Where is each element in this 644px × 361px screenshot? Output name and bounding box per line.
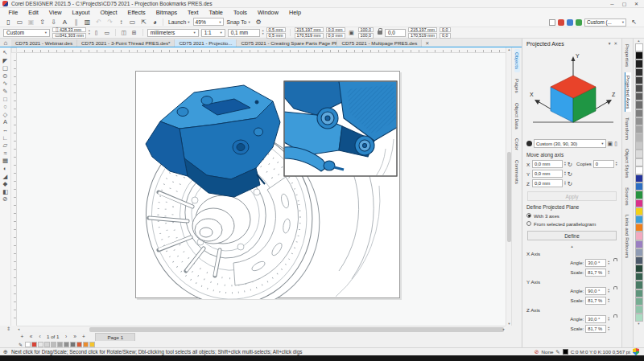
menu-item-bitmaps[interactable]: Bitmaps (151, 8, 182, 17)
open-icon[interactable]: ▭ (14, 18, 25, 26)
document-tab-active[interactable]: CD75 2021 - Projectio... (175, 39, 237, 47)
docker-tab-transform[interactable]: Transform (625, 114, 630, 143)
scale-lock-icon[interactable] (378, 31, 382, 35)
palette-color-swatch[interactable] (635, 224, 643, 232)
callout-tool[interactable]: ▱ (3, 142, 8, 150)
undo-icon[interactable]: ↶ (93, 18, 104, 26)
move-z-field[interactable]: 0,0 mm (532, 179, 563, 187)
palette-scroll-down-icon[interactable]: ▾ (638, 322, 639, 326)
eyedropper-tool[interactable]: ◢ (3, 173, 8, 181)
crop-tool[interactable]: ▢ (2, 64, 8, 72)
palette-color-swatch[interactable] (635, 133, 643, 142)
docker-tab-projected-axes[interactable]: Projected Axes (625, 72, 631, 112)
size-width-field[interactable]: 215,197 mm (408, 27, 437, 33)
z-scale-field[interactable]: 81,7 % (585, 325, 606, 333)
document-color-swatch[interactable] (51, 342, 56, 347)
launch-dropdown[interactable]: Launch▾ (166, 19, 192, 25)
z-angle-field[interactable]: 30,0 ° (585, 315, 606, 323)
nudge-field[interactable]: 0,1 mm (228, 29, 260, 37)
dock-tab-pages[interactable]: Pages (514, 76, 520, 96)
menu-item-window[interactable]: Window (252, 8, 283, 17)
save-preset-icon[interactable]: ▣ (608, 141, 613, 147)
polygon-tool[interactable]: ◇ (3, 111, 8, 119)
pointer-icon[interactable]: ↖ (629, 18, 639, 26)
scale-y-field[interactable]: 100,0 (358, 33, 374, 39)
vertical-ruler[interactable] (11, 53, 17, 326)
current-page-icon[interactable]: ⊞ (130, 30, 138, 36)
copies-field[interactable]: 0 (593, 160, 614, 168)
define-button[interactable]: Define (527, 231, 617, 240)
page-tab[interactable]: Page 1 (95, 333, 135, 341)
docker-tab-object-styles[interactable]: Object Styles (625, 146, 630, 181)
palette-color-swatch[interactable] (635, 76, 643, 84)
y-scale-field[interactable]: 81,7 % (585, 297, 606, 305)
with-3-axes-radio[interactable]: With 3 axes (526, 211, 617, 219)
docker-tab-properties[interactable]: Properties (625, 41, 630, 70)
x-scale-field[interactable]: 81,7 % (585, 269, 606, 277)
from-parallelogram-radio[interactable]: From selected parallelogram (526, 219, 617, 228)
palette-color-swatch[interactable] (635, 92, 643, 101)
section-collapse-icon[interactable]: ▴ (526, 244, 617, 249)
palette-color-swatch[interactable] (635, 43, 643, 51)
menu-item-layout[interactable]: Layout (67, 8, 95, 17)
app-switch-capture-icon[interactable] (576, 19, 582, 26)
menu-item-help[interactable]: Help (283, 8, 306, 17)
eyedropper-icon[interactable]: ✎ (19, 342, 23, 347)
palette-color-swatch[interactable] (635, 256, 643, 265)
palette-color-swatch[interactable] (635, 215, 643, 224)
palette-color-swatch[interactable] (635, 68, 643, 76)
menu-item-table[interactable]: Table (204, 8, 228, 17)
palette-color-swatch[interactable] (635, 191, 643, 199)
document-color-swatch[interactable] (57, 342, 63, 347)
offset-x-field[interactable]: 0,0 mm (326, 27, 345, 33)
palette-color-swatch[interactable] (635, 59, 643, 68)
page-width-field[interactable]: ▯428,33 mm (52, 27, 86, 33)
palette-color-swatch[interactable] (635, 314, 643, 322)
palette-color-swatch[interactable] (635, 183, 643, 191)
horizontal-scrollbar[interactable]: ◂ ▸ (17, 326, 506, 332)
palette-color-swatch[interactable] (635, 166, 643, 174)
horizontal-ruler[interactable] (17, 47, 506, 53)
palette-color-swatch[interactable] (635, 158, 643, 166)
palette-color-swatch[interactable] (635, 84, 643, 92)
document-tab[interactable]: CD75 2021 - Webinar.des (11, 39, 77, 47)
export-icon[interactable]: ⇧ (37, 18, 47, 26)
new-document-icon[interactable]: ▯ (3, 18, 14, 26)
page-height-field[interactable]: ▭341,303 mm (52, 33, 86, 39)
menu-item-tools[interactable]: Tools (228, 8, 252, 17)
palette-color-swatch[interactable] (635, 289, 643, 297)
palette-color-swatch[interactable] (635, 109, 643, 117)
axes-preview-icon[interactable] (526, 141, 532, 146)
document-tab[interactable]: CD75 2021 - Multipage PRES.des (337, 39, 422, 47)
move-x-field[interactable]: 0,0 mm (532, 160, 563, 168)
ellipse-tool[interactable]: ○ (3, 103, 7, 111)
document-color-swatch[interactable] (89, 342, 95, 347)
rotate-y-icon[interactable]: ↻ (568, 170, 572, 178)
rotation-field[interactable]: 0,0 (385, 29, 406, 37)
close-document-icon[interactable]: ✕ (422, 39, 432, 47)
smart-drawing-tool[interactable]: ✎ (2, 88, 7, 96)
redo-icon[interactable]: ↷ (105, 18, 115, 26)
previous-page-icon[interactable]: ‹ (36, 334, 43, 339)
palette-color-swatch[interactable] (635, 174, 643, 183)
palette-color-swatch[interactable] (635, 240, 643, 248)
move-y-field[interactable]: 0,0 mm (532, 170, 563, 178)
publish-icon[interactable]: A (60, 18, 70, 26)
document-color-swatch[interactable] (64, 342, 69, 347)
y-angle-field[interactable]: 90,0 ° (585, 287, 606, 295)
drawing-canvas[interactable] (17, 53, 506, 326)
document-color-swatch[interactable] (31, 342, 37, 347)
palette-color-swatch[interactable] (635, 51, 643, 59)
curve-tool[interactable]: ∿ (2, 80, 7, 88)
ruler-origin[interactable] (11, 47, 17, 53)
duplicate-x-field[interactable]: 0,5 mm (266, 27, 286, 33)
pick-tool[interactable]: ↖ (2, 49, 7, 57)
palette-color-swatch[interactable] (635, 248, 643, 256)
document-tab[interactable]: CD75 2021 - 3-Point Thread PRES.des* (77, 39, 175, 47)
paste-icon[interactable]: ▥ (82, 18, 93, 26)
transparency-tool[interactable]: ◐ (3, 165, 7, 173)
rectangle-tool[interactable]: □ (3, 96, 7, 104)
vertical-scrollbar[interactable]: ▴ ▾ (506, 47, 511, 326)
dock-tab-object-data[interactable]: Object Data (514, 100, 520, 133)
rotate-z-icon[interactable]: ↻ (568, 180, 572, 187)
